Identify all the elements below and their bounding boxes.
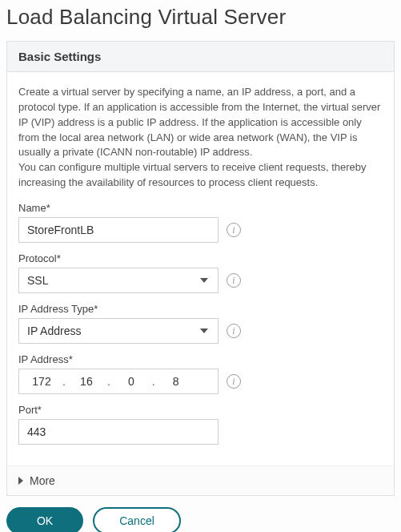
chevron-down-icon xyxy=(200,278,208,283)
page-title: Load Balancing Virtual Server xyxy=(6,5,286,30)
port-input[interactable] xyxy=(18,419,219,445)
ip-dot: . xyxy=(150,375,157,388)
basic-settings-panel: Basic Settings Create a virtual server b… xyxy=(6,41,395,496)
ok-button[interactable]: OK xyxy=(6,507,83,532)
info-icon[interactable]: i xyxy=(227,223,241,237)
ip-octet-4[interactable] xyxy=(157,374,195,389)
ip-type-label: IP Address Type* xyxy=(18,303,383,315)
protocol-label: Protocol* xyxy=(18,252,383,264)
ip-type-select[interactable]: IP Address xyxy=(18,318,219,344)
port-label: Port* xyxy=(18,404,383,416)
info-icon[interactable]: i xyxy=(227,324,241,338)
ip-address-label: IP Address* xyxy=(18,353,383,365)
ip-type-value: IP Address xyxy=(27,324,81,337)
description-line-1: Create a virtual server by specifying a … xyxy=(18,86,380,158)
ip-octet-3[interactable] xyxy=(112,374,150,389)
cancel-button[interactable]: Cancel xyxy=(93,507,181,532)
ip-octet-1[interactable] xyxy=(22,374,61,389)
protocol-select[interactable]: SSL xyxy=(18,268,219,293)
more-label: More xyxy=(30,474,55,487)
panel-header: Basic Settings xyxy=(7,42,394,72)
ip-dot: . xyxy=(106,375,112,388)
name-label: Name* xyxy=(18,202,383,214)
more-expander[interactable]: More xyxy=(7,466,394,495)
ip-address-input: . . . xyxy=(18,369,219,394)
info-icon[interactable]: i xyxy=(227,273,241,288)
name-input[interactable] xyxy=(18,217,219,243)
ip-dot: . xyxy=(61,375,67,388)
description-line-2: You can configure multiple virtual serve… xyxy=(18,161,367,188)
info-icon[interactable]: i xyxy=(227,374,241,389)
description-text: Create a virtual server by specifying a … xyxy=(18,85,383,191)
protocol-value: SSL xyxy=(27,274,48,287)
caret-right-icon xyxy=(18,477,23,485)
chevron-down-icon xyxy=(200,328,208,333)
ip-octet-2[interactable] xyxy=(67,374,106,389)
